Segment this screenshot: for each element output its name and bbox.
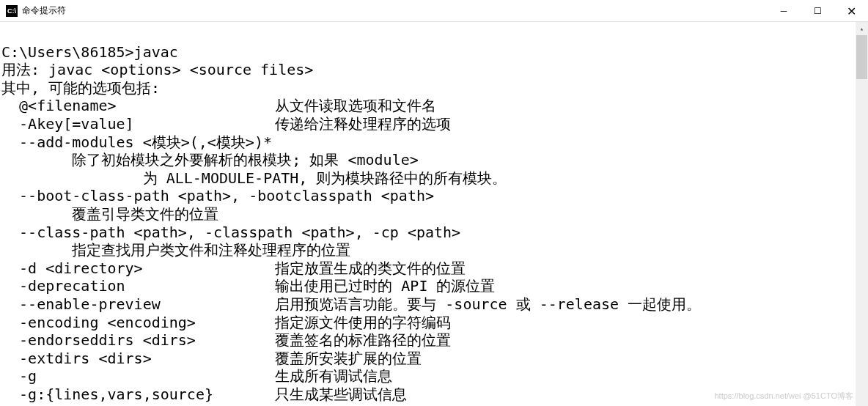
watermark: https://blog.csdn.net/wei @51CTO博客 [715, 391, 854, 402]
titlebar: C:\ 命令提示符 ─ ☐ ✕ [0, 0, 868, 22]
scroll-up-arrow[interactable]: ▴ [856, 22, 868, 34]
terminal-output[interactable]: C:\Users\86185>javac 用法: javac <options>… [0, 22, 868, 403]
minimize-button[interactable]: ─ [767, 0, 801, 22]
app-icon: C:\ [6, 5, 18, 17]
close-button[interactable]: ✕ [834, 0, 868, 22]
scrollbar[interactable]: ▴ [856, 22, 868, 406]
maximize-button[interactable]: ☐ [801, 0, 834, 22]
scrollbar-thumb[interactable] [856, 35, 867, 79]
window-title: 命令提示符 [22, 4, 66, 17]
window-controls: ─ ☐ ✕ [767, 0, 868, 22]
